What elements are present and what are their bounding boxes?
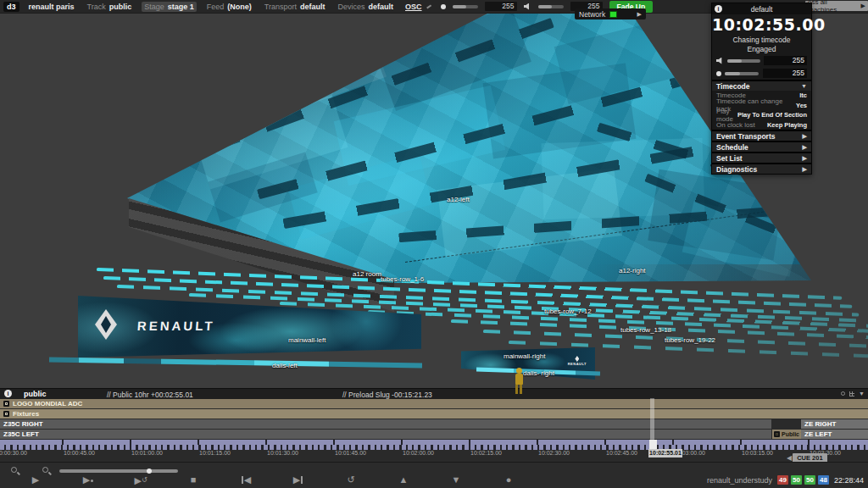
layer-right-ze-left[interactable]: ZE LEFT <box>801 430 868 439</box>
panel-row-on-clock-lost[interactable]: On clock lostKeep Playing <box>712 120 811 130</box>
volume-slider[interactable] <box>538 5 564 8</box>
loop-play-button[interactable]: ▶↺ <box>130 474 152 487</box>
info-icon <box>715 5 722 13</box>
layer-bar[interactable]: Z35C LEFT <box>0 430 771 439</box>
network-label: Network <box>579 10 605 19</box>
bottom-transport-bar: ▶▶▶↺■◀▶↺▲▼● renault_understudy 49505048 … <box>0 462 868 488</box>
play-to-next-button[interactable]: ▶ <box>77 474 99 486</box>
ruler-tick: 10:02:15.00 <box>470 450 502 456</box>
layer-tag-public-t[interactable]: Public T <box>772 430 801 439</box>
layer-bar[interactable]: LOGO MONDIAL ADC <box>0 399 868 408</box>
arrow-up-button[interactable]: ▲ <box>392 474 415 486</box>
machines-arrow-icon: ▶ <box>861 3 865 9</box>
d3-logo[interactable]: d3 <box>3 2 19 12</box>
ruler-tick: 10:01:15.00 <box>199 450 231 456</box>
timeline-layer-z35c-right[interactable]: Z35C RIGHTZE RIGHT <box>0 419 868 429</box>
ruler-tick: 10:02:00.00 <box>403 450 434 456</box>
panel-brightness-icon <box>716 71 721 76</box>
timeline-panel: public // Public 10hr +00:02:55.01 // Pr… <box>0 388 868 462</box>
fps-badges: 49505048 <box>777 475 829 485</box>
return-to-start-button[interactable]: ↺ <box>340 474 362 486</box>
network-widget[interactable]: Network ▶ <box>575 8 646 19</box>
next-section-button[interactable]: ▶ <box>287 474 309 486</box>
play-button[interactable]: ▶ <box>25 474 47 486</box>
menu-item-renault-paris[interactable]: renault paris <box>26 2 77 12</box>
panel-section-schedule[interactable]: Schedule▶ <box>712 141 811 152</box>
run-across-all-machines-button[interactable]: oss all machines ▶ <box>805 1 868 11</box>
transport-panel-titlebar[interactable]: default <box>712 3 811 14</box>
renault-diamond-icon <box>575 356 579 362</box>
panel-volume-value[interactable]: 255 <box>764 56 807 65</box>
panel-brightness-slider[interactable] <box>725 72 759 75</box>
transport-panel-title: default <box>751 5 773 14</box>
current-time-chip: 10:02:55.01 <box>648 449 682 458</box>
brightness-value-field[interactable]: 255 <box>485 2 517 11</box>
menu-item-stage[interactable]: Stagestage 1 <box>142 2 197 12</box>
volume-icon <box>524 3 531 10</box>
arrow-down-button[interactable]: ▼ <box>445 474 467 486</box>
panel-section-event-transports[interactable]: Event Transports▶ <box>712 130 811 141</box>
network-expand-icon[interactable]: ▶ <box>637 11 642 18</box>
panel-section-diagnostics[interactable]: Diagnostics▶ <box>712 163 811 174</box>
timeline-layer-fixtures[interactable]: Fixtures <box>0 409 868 419</box>
menu-entries: renault parisTrackpublicStagestage 1Feed… <box>26 2 397 12</box>
menu-item-devices[interactable]: Devicesdefault <box>336 2 397 12</box>
tubes-fade-shading <box>593 264 868 369</box>
ruler-tick: 10:00:45.00 <box>64 450 95 456</box>
layer-bar[interactable]: Fixtures <box>0 409 868 419</box>
timecode-display: 10:02:55.00 <box>712 14 811 36</box>
transport-panel: default 10:02:55.00 Chasing timecode Eng… <box>711 3 812 175</box>
playhead-line[interactable] <box>650 398 654 447</box>
record-button[interactable]: ● <box>498 474 520 486</box>
panel-volume-slider[interactable] <box>727 59 760 63</box>
renault-wordmark: RENAULT <box>136 319 215 333</box>
ruler-tick: 10:01:00.00 <box>131 450 163 456</box>
timeline-layer-z35c-left[interactable]: Z35C LEFTPublic TZE LEFT <box>0 430 868 439</box>
cue-arrow-icon: ◀ <box>787 454 792 462</box>
ruler-tick: 10:01:30.00 <box>267 450 298 456</box>
menu-item-feed[interactable]: Feed(None) <box>204 2 254 12</box>
chevron-right-icon: ▶ <box>803 144 807 151</box>
network-status-indicator <box>609 11 617 18</box>
osc-edit-icon <box>426 4 431 8</box>
layer-bar[interactable]: Z35C RIGHT <box>0 419 771 429</box>
engaged-status: Engaged <box>712 45 811 54</box>
status-area: renault_understudy 49505048 22:28:44 <box>707 475 864 485</box>
tag-icon <box>774 431 780 437</box>
previous-section-button[interactable]: ◀ <box>235 474 257 486</box>
timeline-layer-logo-mondial-adc[interactable]: LOGO MONDIAL ADC <box>0 399 868 408</box>
chasing-status: Chasing timecode <box>712 36 811 45</box>
panel-brightness-value[interactable]: 255 <box>763 69 807 78</box>
panel-volume-icon <box>716 58 724 64</box>
panel-section-timecode[interactable]: Timecode▼ <box>712 80 811 91</box>
fps-badge: 48 <box>818 475 829 485</box>
transport-buttons: ▶▶▶↺■◀▶↺▲▼● <box>0 474 559 487</box>
menu-item-osc[interactable]: OSC <box>403 2 434 12</box>
chevron-right-icon: ▶ <box>803 133 807 140</box>
ruler-tick: 10:02:45.00 <box>606 450 637 456</box>
machine-name: renault_understudy <box>707 476 772 485</box>
layer-right-ze-right[interactable]: ZE RIGHT <box>801 419 868 429</box>
brightness-slider[interactable] <box>453 5 478 8</box>
renault-diamond-logo <box>95 309 117 340</box>
clock: 22:28:44 <box>834 476 864 485</box>
panel-row-play-mode[interactable]: Play modePlay To End Of Section <box>712 110 811 120</box>
ruler-tick: 10:01:45.00 <box>335 450 366 456</box>
fps-badge: 50 <box>791 475 802 485</box>
stop-button[interactable]: ■ <box>182 474 204 486</box>
panel-sections: Timecode▼TimecodeltcTimecode can change … <box>712 80 811 174</box>
panel-section-set-list[interactable]: Set List▶ <box>712 152 811 163</box>
menu-item-track[interactable]: Trackpublic <box>85 2 135 12</box>
timeline-scrollbar[interactable] <box>59 469 178 473</box>
layer-expand-icon[interactable] <box>3 401 9 407</box>
layer-expand-icon[interactable] <box>3 411 9 417</box>
chevron-down-icon: ▼ <box>801 83 807 89</box>
fps-badge: 49 <box>777 475 788 485</box>
ruler-tick: 10:02:30.00 <box>538 450 570 456</box>
understudy-figure <box>512 368 526 394</box>
chevron-right-icon: ▶ <box>803 155 807 162</box>
timeline-ruler[interactable] <box>0 440 868 450</box>
menu-item-transport[interactable]: Transportdefault <box>262 2 328 12</box>
chevron-right-icon: ▶ <box>803 166 807 173</box>
ruler-tick-labels: 10:00:30.0010:00:45.0010:01:00.0010:01:1… <box>0 450 868 458</box>
